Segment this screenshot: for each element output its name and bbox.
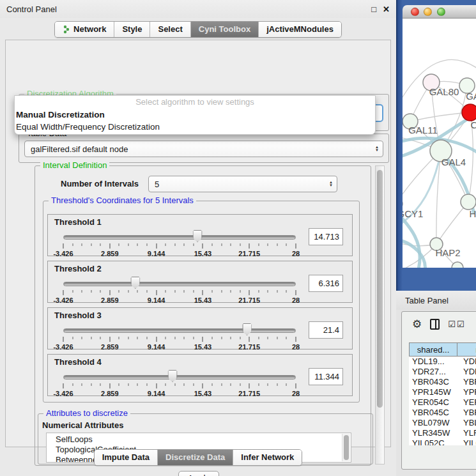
slider-track[interactable] <box>63 328 296 333</box>
table-cell[interactable]: YLR3 <box>457 428 476 438</box>
slider-tick-label: -3.426 <box>53 390 73 397</box>
slider-tick <box>109 243 110 249</box>
network-node-c[interactable] <box>462 104 476 121</box>
slider-thumb[interactable] <box>193 230 203 242</box>
table-cell[interactable]: YBL079W <box>409 418 457 428</box>
threshold-3-value-field[interactable]: 21.4 <box>309 321 343 339</box>
table-cell[interactable]: YBR0 <box>457 408 476 418</box>
tab-select[interactable]: Select <box>150 22 190 37</box>
table-row[interactable]: YER054CYER0 <box>409 397 476 408</box>
slider-tick <box>165 290 166 293</box>
network-view-window: GAL80GACGAL11GAL4GCY1HHAP2 <box>396 0 476 291</box>
close-icon[interactable]: ✕ <box>383 4 390 14</box>
slider-tick-label: 15.43 <box>194 296 212 304</box>
algorithm-popup-hint: Select algorithm to view settings <box>15 96 375 109</box>
table-row[interactable]: YLR345WYLR3 <box>409 428 476 438</box>
control-panel-titlebar: Control Panel □ ✕ <box>0 0 396 18</box>
slider-tick <box>63 337 64 342</box>
number-of-intervals-combobox[interactable]: 5 ▲ ▼ <box>148 176 337 192</box>
threshold-4-slider[interactable]: -3.4262.8599.14415.4321.71528 <box>63 369 296 396</box>
slider-tick <box>296 383 296 388</box>
slider-tick-label: 9.144 <box>148 343 165 351</box>
slider-tick <box>156 290 157 295</box>
slider-tick <box>286 290 287 293</box>
slider-track[interactable] <box>63 282 296 286</box>
table-cell[interactable]: YPR145W <box>409 387 457 397</box>
table-row[interactable]: YBL079WYBL0 <box>409 418 476 428</box>
threshold-3-slider[interactable]: -3.4262.8599.14415.4321.71528 <box>63 323 296 349</box>
table-row[interactable]: YIL052CYIL0 <box>409 438 476 445</box>
column-header-name[interactable]: na <box>457 342 476 357</box>
scrollbar-thumb[interactable] <box>377 170 383 408</box>
apply-button[interactable]: Apply <box>178 471 219 476</box>
table-row[interactable]: YDR27...YDR2 <box>409 367 476 377</box>
attribute-list-item[interactable]: SelfLoops <box>56 434 342 445</box>
slider-tick <box>72 290 73 293</box>
tab-cyni-toolbox[interactable]: Cyni Toolbox <box>190 22 258 37</box>
minimize-traffic-light[interactable] <box>424 8 432 16</box>
close-traffic-light[interactable] <box>411 8 419 16</box>
table-cell[interactable]: YER054C <box>409 397 457 408</box>
slider-track[interactable] <box>63 375 296 380</box>
table-cell[interactable]: YLR345W <box>409 428 457 438</box>
panel-vertical-scrollbar[interactable] <box>375 165 385 464</box>
popup-item-manual-discretization[interactable]: Manual Discretization <box>15 109 375 121</box>
table-cell[interactable]: YDL19... <box>409 357 457 367</box>
tab-impute-data[interactable]: Impute Data <box>95 450 157 465</box>
threshold-coordinates-group: Threshold's Coordinates for 5 Intervals … <box>43 201 360 403</box>
slider-thumb[interactable] <box>168 370 178 382</box>
tab-network[interactable]: Network <box>55 22 114 37</box>
table-cell[interactable]: YBR043C <box>409 377 457 387</box>
table-cell[interactable]: YBR0 <box>457 377 476 387</box>
threshold-4-value-field[interactable]: 11.344 <box>309 368 343 385</box>
table-cell[interactable]: YBR045C <box>409 408 457 418</box>
table-cell[interactable]: YBL0 <box>457 418 476 428</box>
slider-tick <box>221 290 222 293</box>
table-cell[interactable]: YIL0 <box>457 438 476 445</box>
slider-track[interactable] <box>63 235 296 240</box>
table-row[interactable]: YBR043CYBR0 <box>409 377 476 387</box>
table-row[interactable]: YPR145WYPR1 <box>409 387 476 397</box>
network-node-h[interactable] <box>461 194 476 210</box>
slider-tick <box>63 383 64 388</box>
columns-icon[interactable] <box>430 319 440 330</box>
slider-tick <box>203 243 203 249</box>
table-cell[interactable]: YDR2 <box>457 367 476 377</box>
slider-thumb[interactable] <box>130 277 140 289</box>
slider-tick-label: 21.715 <box>238 390 260 397</box>
network-canvas[interactable]: GAL80GACGAL11GAL4GCY1HHAP2 <box>403 19 476 268</box>
select-none-checkbox-icon[interactable]: ☑ <box>457 319 464 329</box>
table-cell[interactable]: YDR27... <box>409 367 457 377</box>
table-toolbar: ⚙ ☑ ☑ <box>402 316 464 332</box>
gear-icon[interactable]: ⚙ <box>412 319 422 330</box>
network-window-titlebar[interactable] <box>403 5 476 19</box>
slider-thumb[interactable] <box>242 323 252 335</box>
network-node[interactable] <box>452 262 463 268</box>
threshold-1-value-field[interactable]: 14.713 <box>309 228 343 245</box>
table-cell[interactable]: YIL052C <box>409 438 457 445</box>
table-row[interactable]: YBR045CYBR0 <box>409 408 476 418</box>
slider-tick <box>277 383 277 386</box>
table-row[interactable]: YDL19...YDL1 <box>409 357 476 367</box>
float-window-icon[interactable]: □ <box>371 4 376 14</box>
table-cell[interactable]: YER0 <box>457 397 476 408</box>
column-header-shared-name[interactable]: shared... <box>409 342 457 357</box>
stepper-arrows-icon: ▲ ▼ <box>375 146 379 152</box>
tab-discretize-data[interactable]: Discretize Data <box>157 450 233 465</box>
table-cell[interactable]: YDL1 <box>457 357 476 367</box>
table-data-combobox[interactable]: galFiltered.sif default node ▲ ▼ <box>24 141 383 157</box>
tab-style[interactable]: Style <box>114 22 150 37</box>
threshold-2-slider[interactable]: -3.4262.8599.14415.4321.71528 <box>63 276 296 303</box>
tab-infer-network[interactable]: Infer Network <box>233 450 302 465</box>
threshold-1-slider[interactable]: -3.4262.8599.14415.4321.71528 <box>63 229 296 256</box>
threshold-2-value-field[interactable]: 6.316 <box>309 275 343 292</box>
tab-jactivemnodules[interactable]: jActiveMNodules <box>258 22 341 37</box>
table-cell[interactable]: YPR1 <box>457 387 476 397</box>
threshold-1-label: Threshold 1 <box>54 217 102 227</box>
select-all-checkbox-icon[interactable]: ☑ <box>448 319 456 329</box>
zoom-traffic-light[interactable] <box>437 8 445 16</box>
slider-tick-label: 15.43 <box>194 250 212 257</box>
popup-item-equal-width-frequency[interactable]: Equal Width/Frequency Discretization <box>15 121 375 133</box>
slider-tick <box>147 383 148 386</box>
slider-tick-label: -3.426 <box>53 343 73 351</box>
